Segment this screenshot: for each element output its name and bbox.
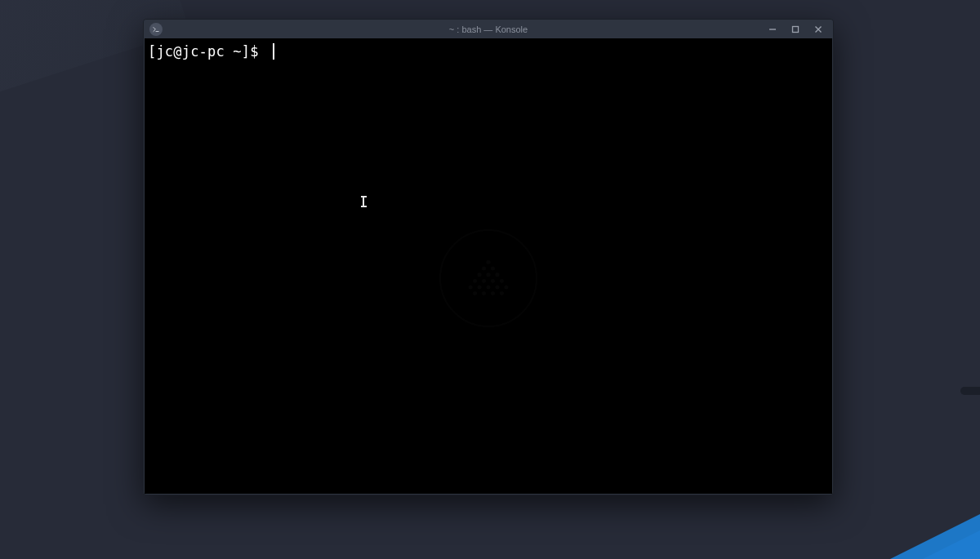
svg-point-19	[491, 291, 495, 295]
window-controls	[761, 20, 830, 38]
svg-point-9	[482, 279, 486, 283]
mouse-ibeam-cursor	[360, 196, 367, 207]
konsole-window: ~ : bash — Konsole	[143, 19, 834, 495]
maximize-button[interactable]	[784, 20, 807, 38]
konsole-watermark-icon	[439, 229, 537, 327]
svg-point-20	[500, 291, 504, 295]
window-titlebar[interactable]: ~ : bash — Konsole	[144, 20, 833, 38]
svg-point-11	[500, 279, 504, 283]
svg-point-13	[478, 285, 482, 289]
text-cursor	[273, 43, 274, 60]
panel-edge-handle[interactable]	[960, 387, 980, 395]
terminal-prompt-line[interactable]: [jc@jc-pc ~]$	[145, 38, 832, 60]
svg-point-8	[473, 279, 477, 283]
svg-point-3	[482, 266, 486, 270]
svg-point-18	[482, 291, 486, 295]
svg-point-6	[486, 273, 490, 277]
minimize-button[interactable]	[761, 20, 784, 38]
svg-rect-1	[793, 26, 799, 32]
svg-point-15	[495, 285, 499, 289]
svg-point-12	[469, 285, 473, 289]
svg-point-10	[491, 279, 495, 283]
svg-point-4	[491, 266, 495, 270]
svg-point-14	[486, 285, 490, 289]
svg-point-5	[478, 273, 482, 277]
minimize-icon	[768, 25, 777, 33]
maximize-icon	[791, 25, 800, 33]
wallpaper-accent-bottom-right	[841, 510, 980, 559]
svg-point-17	[473, 291, 477, 295]
close-button[interactable]	[807, 20, 830, 38]
svg-point-2	[486, 260, 490, 264]
svg-point-7	[495, 273, 499, 277]
terminal-icon	[149, 23, 163, 36]
window-title: ~ : bash — Konsole	[144, 24, 833, 34]
svg-point-16	[504, 285, 508, 289]
shell-prompt: [jc@jc-pc ~]$	[148, 43, 267, 60]
terminal-area[interactable]: [jc@jc-pc ~]$	[145, 38, 832, 494]
close-icon	[814, 25, 822, 33]
